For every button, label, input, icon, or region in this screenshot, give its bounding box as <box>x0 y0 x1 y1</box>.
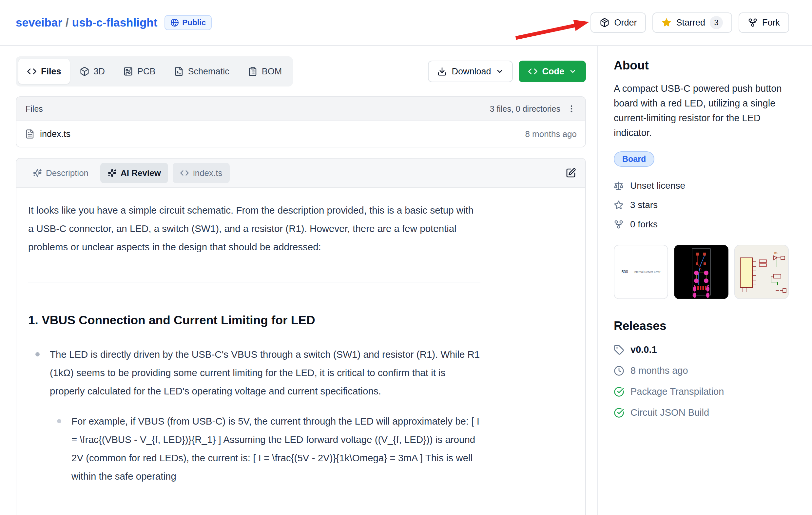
review-section-heading: 1. VBUS Connection and Current Limiting … <box>28 312 481 328</box>
release-age-label: 8 months ago <box>631 365 688 376</box>
tab-3d[interactable]: 3D <box>71 59 114 84</box>
tab-schematic-label: Schematic <box>188 66 229 77</box>
license-meta: Unset license <box>614 181 796 191</box>
file-name: index.ts <box>40 129 70 139</box>
code-icon <box>180 169 189 178</box>
code-icon <box>528 66 538 76</box>
check-circle-icon <box>614 387 624 397</box>
review-bullet-list: The LED is directly driven by the USB-C'… <box>28 345 481 486</box>
review-intro-paragraph: It looks like you have a simple circuit … <box>28 201 481 256</box>
order-button[interactable]: Order <box>590 12 646 33</box>
file-updated: 8 months ago <box>525 129 577 139</box>
thumbnail-pcb-preview[interactable] <box>674 245 728 299</box>
release-check-label: Circuit JSON Build <box>631 407 709 418</box>
sidebar: About A compact USB-C powered push butto… <box>598 46 812 515</box>
stars-meta[interactable]: 3 stars <box>614 200 796 210</box>
ai-review-content: It looks like you have a simple circuit … <box>17 188 492 486</box>
view-tabs: Files 3D PCB Schematic <box>16 56 293 87</box>
toolbar-actions: Download Code <box>428 61 586 82</box>
edit-icon <box>566 168 576 178</box>
tab-pcb-label: PCB <box>137 66 156 77</box>
tab-description[interactable]: Description <box>26 163 96 183</box>
repo-owner-link[interactable]: seveibar <box>16 16 62 29</box>
code-button[interactable]: Code <box>519 61 586 82</box>
topic-tag-board[interactable]: Board <box>614 151 655 167</box>
edit-button[interactable] <box>566 168 576 178</box>
error-message: Internal Server Error <box>634 270 661 274</box>
tab-index-ts[interactable]: index.ts <box>173 163 230 183</box>
content-area: Files 3D PCB Schematic <box>0 46 812 515</box>
list-item: For example, if VBUS (from USB-C) is 5V,… <box>50 412 481 486</box>
files-summary: 3 files, 0 directories <box>490 104 560 114</box>
release-version[interactable]: v0.0.1 <box>614 344 796 355</box>
error-code: 500 <box>621 270 628 274</box>
tab-ai-review-label: AI Review <box>121 168 161 178</box>
svg-text:R1: R1 <box>774 252 778 254</box>
breadcrumb-separator: / <box>65 16 69 29</box>
release-check-circuit-json: Circuit JSON Build <box>614 407 796 418</box>
pcb-preview-image <box>675 245 728 299</box>
tab-bom[interactable]: BOM <box>239 59 291 84</box>
tab-3d-label: 3D <box>94 66 105 77</box>
error-divider <box>631 269 631 275</box>
fork-button-label: Fork <box>762 18 780 28</box>
starred-button[interactable]: Starred 3 <box>652 12 732 33</box>
package-icon <box>600 18 609 28</box>
release-check-label: Package Transpilation <box>631 386 724 397</box>
forks-meta[interactable]: 0 forks <box>614 219 796 230</box>
main-column: Files 3D PCB Schematic <box>16 46 586 515</box>
files-card-summary-group: 3 files, 0 directories <box>490 104 576 114</box>
git-fork-icon <box>748 18 758 28</box>
chevron-down-icon <box>496 67 504 75</box>
files-card: Files 3 files, 0 directories index.ts 8 … <box>16 96 586 147</box>
files-card-title: Files <box>26 104 43 114</box>
git-fork-icon <box>614 219 624 229</box>
bullet-text: For example, if VBUS (from USB-C) is 5V,… <box>71 416 480 482</box>
file-row[interactable]: index.ts 8 months ago <box>17 121 585 147</box>
stars-label: 3 stars <box>630 200 658 210</box>
file-icon <box>25 129 35 139</box>
preview-thumbnails: 500 Internal Server Error <box>614 245 796 299</box>
tab-files-label: Files <box>41 66 61 77</box>
tab-schematic[interactable]: Schematic <box>166 59 238 84</box>
globe-icon <box>170 18 179 27</box>
file-terminal-icon <box>174 66 184 76</box>
fork-button[interactable]: Fork <box>738 12 789 33</box>
tab-pcb[interactable]: PCB <box>115 59 164 84</box>
releases-title: Releases <box>614 320 796 333</box>
code-button-label: Code <box>542 66 564 77</box>
sparkles-icon <box>33 169 42 178</box>
repo-header: seveibar / usb-c-flashlight Public Order… <box>0 0 812 46</box>
release-check-transpilation: Package Transpilation <box>614 386 796 397</box>
sparkles-icon <box>108 169 117 178</box>
release-list: v0.0.1 8 months ago Package Transpilatio… <box>614 344 796 418</box>
kebab-menu-icon[interactable] <box>567 104 576 113</box>
annotation-arrow-icon <box>509 17 592 42</box>
release-version-label: v0.0.1 <box>631 344 657 355</box>
review-card-header: Description AI Review index.ts <box>17 158 585 188</box>
check-circle-icon <box>614 407 624 418</box>
clipboard-list-icon <box>248 66 258 76</box>
files-card-header: Files 3 files, 0 directories <box>17 97 585 121</box>
schematic-preview-image: R1 <box>735 245 788 299</box>
tab-files[interactable]: Files <box>18 59 70 84</box>
tab-ai-review[interactable]: AI Review <box>100 163 168 183</box>
tab-description-label: Description <box>46 168 88 178</box>
order-button-label: Order <box>614 18 637 28</box>
repo-action-buttons: Order Starred 3 Fork <box>590 12 789 33</box>
star-icon <box>662 18 671 28</box>
starred-button-label: Starred <box>676 18 705 28</box>
forks-label: 0 forks <box>630 219 658 230</box>
download-button[interactable]: Download <box>428 61 513 82</box>
thumbnail-3d-preview[interactable]: 500 Internal Server Error <box>614 245 668 299</box>
visibility-badge: Public <box>165 15 212 30</box>
repo-name-link[interactable]: usb-c-flashlight <box>72 16 157 29</box>
about-description: A compact USB-C powered push button boar… <box>614 81 796 140</box>
download-button-label: Download <box>452 66 491 77</box>
chevron-down-icon <box>569 67 577 75</box>
view-toolbar: Files 3D PCB Schematic <box>16 56 586 87</box>
bullet-text: The LED is directly driven by the USB-C'… <box>50 349 480 396</box>
thumbnail-schematic-preview[interactable]: R1 <box>734 245 789 299</box>
circuit-board-icon <box>123 66 133 76</box>
repo-title: seveibar / usb-c-flashlight Public <box>16 15 212 30</box>
